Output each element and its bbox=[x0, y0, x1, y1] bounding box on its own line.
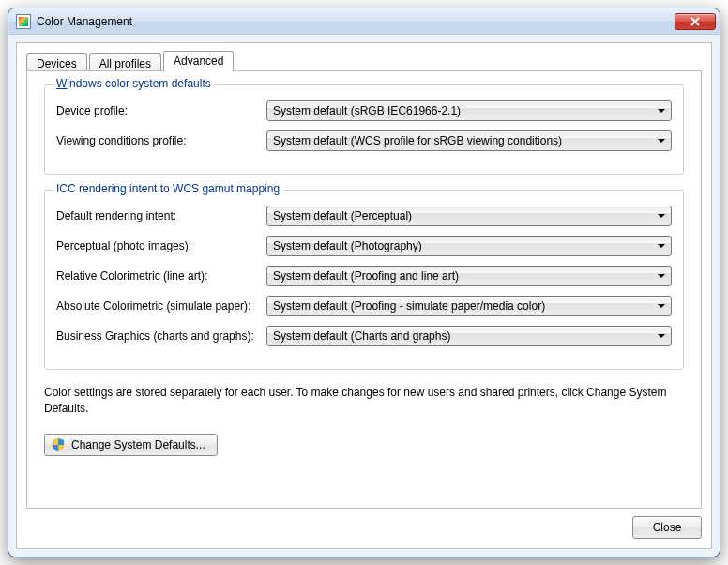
label-absolute-colorimetric: Absolute Colorimetric (simulate paper): bbox=[56, 299, 266, 313]
combo-absolute-colorimetric[interactable]: System default (Proofing - simulate pape… bbox=[266, 296, 672, 316]
row-absolute-colorimetric: Absolute Colorimetric (simulate paper): … bbox=[56, 296, 672, 316]
info-text: Color settings are stored separately for… bbox=[44, 385, 684, 417]
group-windows-color-system-defaults: Windows color system defaults Device pro… bbox=[44, 84, 684, 175]
row-relative-colorimetric: Relative Colorimetric (line art): System… bbox=[56, 266, 672, 286]
chevron-down-icon bbox=[658, 244, 665, 248]
color-management-window: Color Management Devices All profiles Ad… bbox=[8, 8, 720, 557]
combo-business-graphics[interactable]: System default (Charts and graphs) bbox=[266, 326, 672, 346]
close-button[interactable]: Close bbox=[632, 516, 702, 539]
group-legend-wcs: Windows color system defaults bbox=[53, 77, 215, 90]
label-relative-colorimetric: Relative Colorimetric (line art): bbox=[56, 269, 266, 282]
group-legend-icc: ICC rendering intent to WCS gamut mappin… bbox=[53, 182, 283, 195]
chevron-down-icon bbox=[658, 109, 665, 113]
window-title: Color Management bbox=[37, 15, 132, 28]
button-label: Close bbox=[653, 521, 682, 534]
row-device-profile: Device profile: System default (sRGB IEC… bbox=[56, 100, 672, 121]
label-default-rendering-intent: Default rendering intent: bbox=[56, 209, 266, 222]
combo-value: System default (Proofing - simulate pape… bbox=[273, 299, 545, 313]
row-viewing-conditions: Viewing conditions profile: System defau… bbox=[56, 130, 672, 151]
combo-value: System default (WCS profile for sRGB vie… bbox=[273, 134, 562, 147]
chevron-down-icon bbox=[658, 274, 665, 278]
combo-value: System default (Photography) bbox=[273, 239, 422, 252]
uac-shield-icon bbox=[51, 437, 66, 452]
combo-value: System default (Perceptual) bbox=[273, 209, 412, 222]
label-perceptual: Perceptual (photo images): bbox=[56, 239, 266, 252]
window-close-button[interactable] bbox=[675, 13, 716, 30]
titlebar: Color Management bbox=[8, 8, 720, 35]
row-default-rendering-intent: Default rendering intent: System default… bbox=[56, 206, 672, 226]
combo-value: System default (sRGB IEC61966-2.1) bbox=[273, 104, 461, 117]
tab-all-profiles[interactable]: All profiles bbox=[89, 53, 161, 72]
close-icon bbox=[690, 17, 700, 26]
label-business-graphics: Business Graphics (charts and graphs): bbox=[56, 329, 266, 343]
color-management-icon bbox=[16, 14, 31, 29]
combo-relative-colorimetric[interactable]: System default (Proofing and line art) bbox=[266, 266, 672, 286]
chevron-down-icon bbox=[658, 334, 665, 338]
tab-strip: Devices All profiles Advanced bbox=[26, 51, 235, 71]
row-perceptual: Perceptual (photo images): System defaul… bbox=[56, 236, 672, 256]
combo-value: System default (Charts and graphs) bbox=[273, 329, 450, 343]
chevron-down-icon bbox=[658, 139, 665, 143]
chevron-down-icon bbox=[658, 214, 665, 218]
combo-default-rendering-intent[interactable]: System default (Perceptual) bbox=[266, 206, 672, 226]
combo-device-profile[interactable]: System default (sRGB IEC61966-2.1) bbox=[266, 100, 672, 121]
tab-content-advanced: Windows color system defaults Device pro… bbox=[26, 70, 702, 509]
tab-advanced[interactable]: Advanced bbox=[163, 51, 234, 71]
button-label: Change System Defaults... bbox=[71, 438, 205, 451]
label-viewing-conditions: Viewing conditions profile: bbox=[56, 134, 266, 147]
dialog-button-bar: Close bbox=[632, 516, 702, 539]
group-icc-rendering-intent: ICC rendering intent to WCS gamut mappin… bbox=[44, 190, 684, 370]
row-business-graphics: Business Graphics (charts and graphs): S… bbox=[56, 326, 672, 346]
label-device-profile: Device profile: bbox=[56, 104, 266, 117]
client-area: Devices All profiles Advanced Windows co… bbox=[16, 42, 712, 549]
chevron-down-icon bbox=[658, 304, 665, 308]
combo-value: System default (Proofing and line art) bbox=[273, 269, 459, 282]
combo-viewing-conditions[interactable]: System default (WCS profile for sRGB vie… bbox=[266, 130, 672, 151]
change-system-defaults-button[interactable]: Change System Defaults... bbox=[44, 434, 218, 456]
combo-perceptual[interactable]: System default (Photography) bbox=[266, 236, 672, 256]
tab-devices[interactable]: Devices bbox=[26, 53, 87, 72]
